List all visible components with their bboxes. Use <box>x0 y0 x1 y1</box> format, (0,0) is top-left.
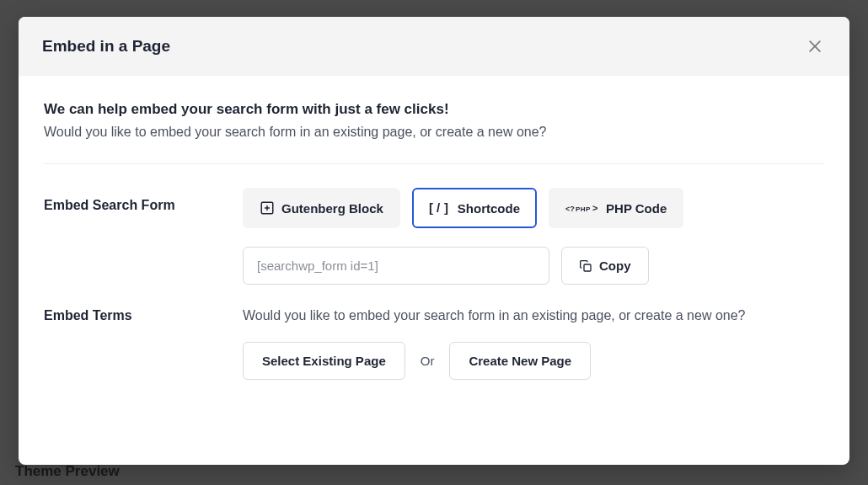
close-button[interactable] <box>804 35 826 57</box>
shortcode-input-row: Copy <box>243 247 824 285</box>
tab-php[interactable]: <? PHP > PHP Code <box>549 188 683 228</box>
modal-body: We can help embed your search form with … <box>19 76 849 427</box>
divider <box>44 163 824 164</box>
embed-terms-row: Embed Terms Would you like to embed your… <box>44 308 824 380</box>
embed-search-form-label: Embed Search Form <box>44 188 243 213</box>
or-text: Or <box>421 354 435 368</box>
tab-label: Gutenberg Block <box>281 201 383 216</box>
intro-heading: We can help embed your search form with … <box>44 101 824 118</box>
svg-text:]: ] <box>444 200 448 215</box>
backdrop-page-title: Theme Preview <box>15 463 120 480</box>
shortcode-icon: [ / ] <box>429 200 451 216</box>
tab-gutenberg[interactable]: Gutenberg Block <box>243 188 400 228</box>
select-existing-page-button[interactable]: Select Existing Page <box>243 342 405 380</box>
tab-shortcode[interactable]: [ / ] Shortcode <box>412 188 537 228</box>
embed-terms-label: Embed Terms <box>44 308 243 323</box>
modal-header: Embed in a Page <box>19 17 849 76</box>
svg-text:PHP: PHP <box>576 205 591 213</box>
embed-terms-text: Would you like to embed your search form… <box>243 308 824 323</box>
embed-method-tabs: Gutenberg Block [ / ] Shortcode <box>243 188 824 228</box>
svg-text:/: / <box>437 200 441 215</box>
tab-label: Shortcode <box>458 201 520 216</box>
embed-terms-content: Would you like to embed your search form… <box>243 308 824 380</box>
embed-search-form-row: Embed Search Form Gutenberg Block <box>44 188 824 285</box>
plus-square-icon <box>260 200 275 216</box>
embed-modal: Embed in a Page We can help embed your s… <box>19 17 849 465</box>
copy-button[interactable]: Copy <box>561 247 649 285</box>
tab-label: PHP Code <box>606 201 667 216</box>
close-icon <box>806 38 823 55</box>
svg-text:[: [ <box>429 200 433 215</box>
svg-text:<?: <? <box>565 205 575 213</box>
php-code-icon: <? PHP > <box>565 201 599 215</box>
svg-text:>: > <box>592 203 597 213</box>
copy-button-label: Copy <box>599 258 631 273</box>
shortcode-input[interactable] <box>243 247 549 285</box>
copy-icon <box>579 259 592 273</box>
embed-search-form-content: Gutenberg Block [ / ] Shortcode <box>243 188 824 285</box>
modal-title: Embed in a Page <box>42 37 170 56</box>
embed-terms-actions: Select Existing Page Or Create New Page <box>243 342 824 380</box>
svg-rect-11 <box>584 264 591 271</box>
create-new-page-button[interactable]: Create New Page <box>449 342 591 380</box>
intro-subheading: Would you like to embed your search form… <box>44 125 824 140</box>
